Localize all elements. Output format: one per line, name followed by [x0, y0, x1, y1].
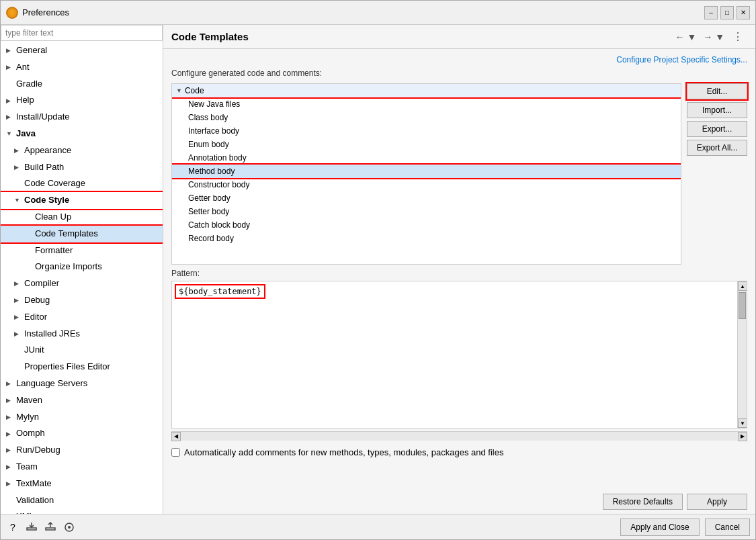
sidebar-item-clean-up[interactable]: Clean Up: [1, 209, 163, 226]
filter-input[interactable]: [1, 25, 163, 41]
export-all-button[interactable]: Export All...: [687, 140, 747, 156]
cancel-button[interactable]: Cancel: [705, 519, 750, 536]
template-item-enum-body[interactable]: Enum body: [172, 138, 681, 151]
menu-button[interactable]: ⋮: [728, 29, 747, 44]
scrollbar-up-button[interactable]: ▲: [738, 281, 747, 291]
sidebar-item-debug[interactable]: ▶ Debug: [1, 292, 163, 309]
scrollbar-track[interactable]: [738, 291, 747, 418]
export-button[interactable]: Export...: [687, 121, 747, 137]
sidebar-label: Appearance: [24, 144, 71, 158]
sidebar-item-organize-imports[interactable]: Organize Imports: [1, 259, 163, 275]
scrollbar-thumb[interactable]: [739, 292, 746, 319]
arrow-icon: ▼: [6, 129, 14, 138]
apply-button[interactable]: Apply: [687, 494, 747, 510]
sidebar-label: Debug: [24, 294, 50, 308]
navigation-buttons: ← ▼ → ▼ ⋮: [673, 29, 748, 44]
sidebar-item-run-debug[interactable]: ▶ Run/Debug: [1, 442, 163, 459]
apply-and-close-button[interactable]: Apply and Close: [620, 519, 699, 536]
template-item-method-body[interactable]: Method body: [172, 165, 681, 178]
sidebar-item-build-path[interactable]: ▶ Build Path: [1, 159, 163, 176]
sidebar-item-install-update[interactable]: ▶ Install/Update: [1, 109, 163, 126]
template-item-class-body[interactable]: Class body: [172, 111, 681, 124]
sidebar-item-code-templates[interactable]: Code Templates: [1, 226, 163, 242]
sidebar-item-appearance[interactable]: ▶ Appearance: [1, 142, 163, 159]
sidebar-item-general[interactable]: ▶ General: [1, 42, 163, 59]
sidebar-item-compiler[interactable]: ▶ Compiler: [1, 275, 163, 292]
item-label: Getter body: [188, 193, 230, 203]
restore-defaults-button[interactable]: Restore Defaults: [603, 494, 683, 510]
help-icon[interactable]: ?: [6, 521, 19, 534]
arrow-icon: [6, 496, 14, 505]
auto-comments-checkbox[interactable]: [171, 448, 180, 457]
sidebar-item-textmate[interactable]: ▶ TextMate: [1, 476, 163, 492]
sidebar-item-code-style[interactable]: ▼ Code Style: [1, 192, 163, 209]
sidebar-item-gradle[interactable]: Gradle: [1, 76, 163, 93]
item-label: Class body: [188, 113, 228, 122]
sidebar-item-junit[interactable]: JUnit: [1, 342, 163, 359]
title-bar-left: Preferences: [6, 7, 69, 19]
import-button[interactable]: Import...: [687, 102, 747, 118]
horizontal-scrollbar: ◀ ▶: [171, 431, 747, 441]
templates-panel-area: ▼ Code New Java files Class body Interfa…: [171, 83, 747, 265]
arrow-icon: ▶: [6, 445, 14, 455]
item-label: Setter body: [188, 207, 229, 216]
hscroll-left-button[interactable]: ◀: [171, 432, 181, 441]
import-workspace-icon[interactable]: [44, 521, 57, 534]
preferences-icon[interactable]: [62, 521, 76, 534]
template-item-constructor-body[interactable]: Constructor body: [172, 178, 681, 191]
sidebar-item-xml[interactable]: ▶ XML: [1, 508, 163, 514]
item-label: Interface body: [188, 126, 239, 136]
maximize-button[interactable]: □: [720, 6, 734, 19]
sidebar-item-properties-files-editor[interactable]: Properties Files Editor: [1, 359, 163, 375]
sidebar-item-help[interactable]: ▶ Help: [1, 92, 163, 109]
sidebar-item-mylyn[interactable]: ▶ Mylyn: [1, 409, 163, 426]
template-item-annotation-body[interactable]: Annotation body: [172, 151, 681, 165]
arrow-icon: ▶: [6, 412, 14, 422]
sidebar-item-java[interactable]: ▼ Java: [1, 126, 163, 142]
sidebar-item-installed-jres[interactable]: ▶ Installed JREs: [1, 326, 163, 343]
forward-button[interactable]: → ▼: [700, 30, 727, 44]
back-button[interactable]: ← ▼: [673, 30, 700, 44]
sidebar-item-editor[interactable]: ▶ Editor: [1, 309, 163, 326]
template-item-setter-body[interactable]: Setter body: [172, 205, 681, 218]
hscroll-right-button[interactable]: ▶: [738, 432, 747, 441]
export-workspace-icon[interactable]: [25, 521, 38, 534]
sidebar-item-validation[interactable]: Validation: [1, 492, 163, 509]
pattern-content-area: ${body_statement}: [172, 281, 737, 428]
template-item-interface-body[interactable]: Interface body: [172, 124, 681, 138]
sidebar-label: General: [16, 44, 47, 58]
arrow-icon: [14, 346, 22, 355]
sidebar-label: Gradle: [16, 77, 42, 91]
template-item-new-java-files[interactable]: New Java files: [172, 97, 681, 111]
sidebar-item-language-servers[interactable]: ▶ Language Servers: [1, 375, 163, 392]
sidebar-label: Code Coverage: [24, 177, 85, 191]
scrollbar-down-button[interactable]: ▼: [738, 418, 747, 428]
pattern-label: Pattern:: [171, 269, 747, 278]
sidebar-label: Maven: [16, 394, 42, 408]
edit-button[interactable]: Edit...: [687, 83, 747, 99]
arrow-icon: ▶: [6, 379, 14, 388]
sidebar-item-oomph[interactable]: ▶ Oomph: [1, 425, 163, 442]
side-buttons: Edit... Import... Export... Export All..…: [687, 83, 747, 265]
close-button[interactable]: ✕: [737, 6, 750, 19]
hscroll-track[interactable]: [181, 432, 738, 441]
sidebar-item-code-coverage[interactable]: Code Coverage: [1, 175, 163, 192]
sidebar-item-maven[interactable]: ▶ Maven: [1, 392, 163, 409]
configure-project-link[interactable]: Configure Project Specific Settings...: [616, 55, 747, 64]
arrow-icon: [25, 212, 33, 222]
template-item-getter-body[interactable]: Getter body: [172, 191, 681, 205]
item-label: Record body: [188, 234, 234, 243]
template-item-catch-block-body[interactable]: Catch block body: [172, 218, 681, 232]
arrow-icon: [6, 79, 14, 89]
sidebar-label: Build Path: [24, 161, 64, 175]
item-label: New Java files: [188, 99, 240, 109]
sidebar-item-ant[interactable]: ▶ Ant: [1, 59, 163, 76]
item-label: Catch block body: [188, 220, 250, 230]
arrow-icon: ▶: [14, 163, 22, 172]
sidebar-item-team[interactable]: ▶ Team: [1, 459, 163, 476]
sidebar-label: Mylyn: [16, 410, 39, 424]
template-item-record-body[interactable]: Record body: [172, 232, 681, 245]
minimize-button[interactable]: –: [704, 6, 718, 19]
template-group-code[interactable]: ▼ Code: [172, 84, 681, 97]
sidebar-item-formatter[interactable]: Formatter: [1, 242, 163, 259]
